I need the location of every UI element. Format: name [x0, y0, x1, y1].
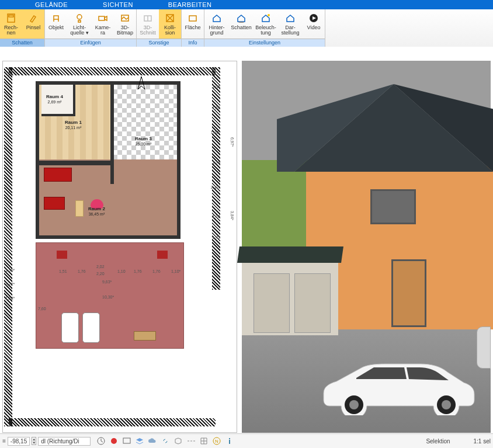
roof — [277, 78, 493, 178]
group-label-info: Info — [182, 39, 204, 47]
svg-point-18 — [111, 438, 117, 444]
menu-sichten[interactable]: SICHTEN — [103, 1, 133, 8]
ribbon-group-schatten: Rech-nen Pinsel Schatten — [0, 9, 45, 47]
beanbag — [91, 199, 103, 210]
camera-icon — [97, 12, 109, 24]
svg-rect-1 — [9, 15, 13, 17]
display-icon — [284, 12, 296, 24]
svg-rect-22 — [229, 438, 230, 439]
svg-text:N: N — [215, 439, 218, 444]
svg-rect-19 — [123, 438, 130, 443]
svg-rect-6 — [189, 16, 196, 21]
ribbon-group-einstellungen: Hinter-grund Schatten Beleuch-tung Dar-s… — [204, 9, 325, 47]
plan-view[interactable]: Raum 42,69 m² Raum 120,11 m² Raum 325,00… — [2, 61, 237, 433]
group-label-einstellungen: Einstellungen — [204, 39, 325, 47]
calculator-icon — [5, 12, 17, 24]
svg-rect-4 — [99, 16, 105, 20]
planter-1 — [57, 251, 67, 259]
table — [75, 200, 84, 217]
scale-label: 1:1 sel — [474, 438, 491, 444]
info-icon[interactable] — [224, 436, 235, 446]
kollision-button[interactable]: Kolli-sion — [159, 9, 181, 39]
garage-door-1 — [254, 273, 290, 333]
group-label-schatten: Schatten — [0, 39, 44, 47]
compass-icon — [135, 75, 148, 92]
bench-top — [134, 331, 156, 341]
chair-icon — [50, 12, 62, 24]
unit-label: = — [2, 438, 6, 444]
menubar: GELÄNDE SICHTEN BEARBEITEN — [0, 0, 493, 9]
group-label-sonstige: Sonstige — [137, 39, 181, 47]
direction-input[interactable]: dl (Richtung/Di — [38, 437, 91, 446]
link-icon[interactable] — [160, 436, 171, 446]
svg-point-8 — [268, 14, 270, 16]
video-button[interactable]: Video — [303, 9, 325, 39]
shadow-icon — [235, 12, 247, 24]
car-top-1 — [61, 312, 79, 343]
group-label-einfuegen: Einfügen — [45, 39, 136, 47]
pinsel-button[interactable]: Pinsel — [22, 9, 44, 39]
lichtquelle-button[interactable]: Licht-quelle ▾ — [67, 9, 92, 39]
kamera-button[interactable]: Kame-ra — [92, 9, 114, 39]
history-icon[interactable] — [96, 436, 106, 446]
darstellung-button[interactable]: Dar-stellung — [278, 9, 303, 39]
screen-icon[interactable] — [121, 436, 132, 446]
selection-label: Selektion — [426, 438, 450, 444]
layers-icon[interactable] — [134, 436, 145, 446]
section-icon — [142, 12, 154, 24]
door — [391, 259, 426, 327]
bulb-icon — [74, 12, 85, 24]
rechnen-button[interactable]: Rech-nen — [0, 9, 22, 39]
car-3d — [318, 351, 475, 415]
area-icon — [187, 12, 199, 24]
svg-point-14 — [349, 400, 359, 409]
car-3d-2 — [477, 327, 491, 369]
svg-rect-23 — [229, 440, 230, 444]
ribbon-group-einfuegen: Objekt Licht-quelle ▾ Kame-ra 3D-Bitmap … — [45, 9, 137, 47]
coord-stepper[interactable]: ▲▼ — [32, 437, 36, 445]
svg-rect-2 — [54, 16, 58, 19]
hintergrund-button[interactable]: Hinter-grund — [204, 9, 229, 39]
coord-input[interactable]: -98,15 — [8, 437, 30, 446]
render-view[interactable] — [242, 61, 491, 433]
ribbon-group-sonstige: 3D-Schnitt Kolli-sion Sonstige — [137, 9, 182, 47]
image-icon — [119, 12, 131, 24]
bitmap-button[interactable]: 3D-Bitmap — [114, 9, 136, 39]
sofa-2 — [44, 197, 65, 210]
dash-icon[interactable] — [186, 436, 196, 446]
ribbon: Rech-nen Pinsel Schatten Objekt Licht-qu… — [0, 9, 493, 47]
house-icon — [211, 12, 223, 24]
cloud-icon[interactable] — [147, 436, 158, 446]
svg-point-3 — [77, 15, 82, 19]
menu-bearbeiten[interactable]: BEARBEITEN — [168, 1, 212, 8]
menu-gelaende[interactable]: GELÄNDE — [35, 1, 68, 8]
window-upper — [370, 189, 416, 224]
objekt-button[interactable]: Objekt — [45, 9, 67, 39]
grid-icon[interactable] — [199, 436, 209, 446]
beleuchtung-button[interactable]: Beleuch-tung — [254, 9, 278, 39]
statusbar: = -98,15 ▲▼ dl (Richtung/Di N Selektion … — [0, 433, 493, 448]
svg-point-7 — [238, 22, 244, 23]
sofa-1 — [44, 168, 72, 182]
3dschnitt-button[interactable]: 3D-Schnitt — [137, 9, 159, 39]
schatten-button[interactable]: Schatten — [229, 9, 254, 39]
ribbon-group-info: Fläche Info — [182, 9, 204, 47]
workspace: Raum 42,69 m² Raum 120,11 m² Raum 325,00… — [0, 47, 493, 435]
planter-2 — [157, 251, 168, 259]
flaeche-button[interactable]: Fläche — [182, 9, 204, 39]
car-top-2 — [82, 312, 100, 343]
lighting-icon — [260, 12, 272, 24]
svg-point-16 — [442, 400, 451, 409]
collision-icon — [164, 12, 176, 24]
north-icon[interactable]: N — [211, 436, 222, 446]
play-icon — [308, 12, 320, 24]
record-icon[interactable] — [109, 436, 119, 446]
cube-icon[interactable] — [173, 436, 183, 446]
status-toolstrip: N — [96, 436, 235, 446]
garage-door-2 — [294, 273, 331, 333]
brush-icon — [27, 12, 39, 24]
